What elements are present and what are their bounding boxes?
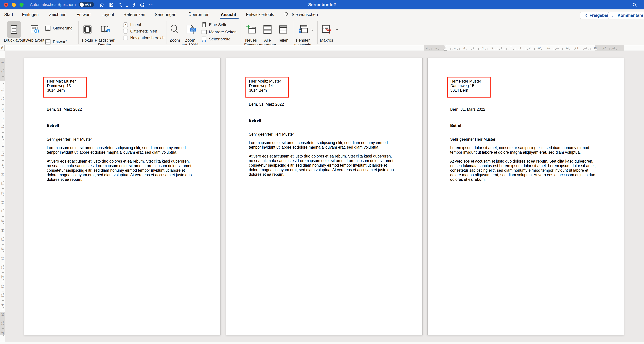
- multiple-pages-button[interactable]: Mehrere Seiten: [201, 29, 236, 35]
- horizontal-ruler[interactable]: 21123456789101112131415161718: [424, 45, 624, 51]
- checkbox-icon[interactable]: [123, 36, 128, 40]
- ruler-mark: 13: [1, 200, 4, 205]
- ruler-mark: [443, 49, 444, 50]
- ruler-mark: [3, 191, 4, 191]
- page-width-button[interactable]: Seitenbreite: [201, 36, 230, 42]
- home-icon[interactable]: [99, 2, 104, 8]
- ruler-mark: [3, 130, 4, 130]
- minimize-button[interactable]: [12, 3, 16, 7]
- ruler-mark: 9: [1, 163, 4, 167]
- ruler-mark: [481, 49, 481, 50]
- titlebar: Automatisches Speichern AUS ⋯ Serienbrie…: [0, 0, 644, 10]
- autosave-toggle[interactable]: AUS: [79, 2, 94, 7]
- letter-date[interactable]: Bern, 31. März 2022: [249, 102, 284, 107]
- ruler-mark: [3, 93, 4, 93]
- chevron-down-icon[interactable]: [310, 29, 314, 32]
- web-layout-button[interactable]: Weblayout: [25, 21, 45, 43]
- toggle-knob-icon: [80, 3, 84, 7]
- letter-date[interactable]: Bern, 31. März 2022: [47, 107, 82, 112]
- ruler-mark: [2, 123, 4, 123]
- tab-start[interactable]: Start: [4, 12, 13, 17]
- merge-field-highlight[interactable]: Herr Moritz Muster Dammweg 14 3014 Bern: [246, 77, 289, 98]
- checkbox-icon[interactable]: ✓: [123, 22, 128, 27]
- ruler-mark: 7: [1, 144, 4, 149]
- tab-layout[interactable]: Layout: [102, 12, 114, 17]
- web-layout-icon: [25, 21, 45, 38]
- undo-icon[interactable]: [119, 2, 124, 8]
- close-button[interactable]: [4, 3, 8, 7]
- search-icon[interactable]: [632, 2, 637, 8]
- checkbox-lineal[interactable]: ✓ Lineal: [123, 22, 141, 28]
- checkbox-icon[interactable]: [123, 29, 128, 34]
- merge-field-highlight[interactable]: Herr Max Muster Dammweg 13 3014 Bern: [44, 77, 87, 98]
- letter-page-1[interactable]: Herr Max Muster Dammweg 13 3014 Bern Ber…: [24, 58, 220, 335]
- tab-einfuegen[interactable]: Einfügen: [22, 12, 39, 17]
- zoom-100-button[interactable]: 100 Zoom auf 100%: [179, 21, 201, 47]
- more-commands-icon[interactable]: ⋯: [149, 1, 154, 7]
- ruler-mark: [532, 49, 532, 50]
- zoom-window-button[interactable]: [20, 3, 24, 7]
- letter-paragraph[interactable]: At vero eos et accusam et justo duo dolo…: [47, 159, 212, 182]
- ruler-mark: 21: [1, 275, 4, 279]
- letter-paragraph[interactable]: Lorem ipsum dolor sit amet, consetetur s…: [450, 145, 615, 155]
- letter-salutation[interactable]: Sehr geehrter Herr Muster: [47, 137, 92, 142]
- letter-paragraph[interactable]: Lorem ipsum dolor sit amet, consetetur s…: [249, 140, 414, 150]
- ruler-mark: 5: [490, 46, 494, 50]
- ruler-mark: [3, 121, 4, 121]
- tab-sendungen[interactable]: Sendungen: [155, 12, 176, 17]
- ruler-mark: [3, 289, 4, 289]
- chevron-down-icon[interactable]: [335, 28, 339, 32]
- letter-page-2[interactable]: Herr Moritz Muster Dammweg 14 3014 Bern …: [226, 58, 422, 335]
- letter-date[interactable]: Bern, 31. März 2022: [450, 107, 485, 112]
- ruler-mark: [555, 49, 556, 50]
- redo-icon[interactable]: [130, 2, 136, 8]
- ruler-mark: [598, 49, 598, 50]
- letter-subject[interactable]: Betreff: [249, 118, 261, 123]
- document-canvas[interactable]: Herr Max Muster Dammweg 13 3014 Bern Ber…: [5, 51, 644, 342]
- tab-zeichnen[interactable]: Zeichnen: [49, 12, 66, 17]
- ruler-mark: [504, 49, 504, 50]
- tab-entwurf[interactable]: Entwurf: [76, 12, 91, 17]
- ruler-mark: [429, 49, 430, 50]
- print-icon[interactable]: [140, 2, 145, 8]
- checkbox-gitternetzlinien[interactable]: Gitternetzlinien: [123, 29, 157, 34]
- letter-paragraph[interactable]: At vero eos et accusam et justo duo dolo…: [249, 154, 414, 177]
- vertical-ruler[interactable]: 2112345678910111213141516171819202122232…: [0, 51, 5, 342]
- outline-view-button[interactable]: Gliederung: [45, 25, 72, 31]
- tab-entwicklertools[interactable]: Entwicklertools: [246, 12, 274, 17]
- tab-ueberpruefen[interactable]: Überprüfen: [188, 12, 210, 17]
- tab-selector[interactable]: ↱: [0, 45, 5, 51]
- comments-button[interactable]: Kommentare: [608, 12, 644, 19]
- letter-paragraph[interactable]: At vero eos et accusam et justo duo dolo…: [450, 159, 615, 182]
- letter-subject[interactable]: Betreff: [450, 123, 463, 128]
- one-page-button[interactable]: Eine Seite: [201, 22, 227, 28]
- ruler-mark: [471, 49, 472, 50]
- draft-view-button[interactable]: Entwurf: [45, 39, 66, 45]
- letter-paragraph[interactable]: Lorem ipsum dolor sit amet, consetetur s…: [47, 145, 212, 155]
- ruler-mark: [460, 48, 460, 50]
- tab-referenzen[interactable]: Referenzen: [124, 12, 145, 17]
- tab-ansicht[interactable]: Ansicht: [221, 12, 236, 17]
- switch-windows-button[interactable]: Fenster wechseln: [293, 21, 313, 47]
- split-button[interactable]: Teilen: [273, 21, 293, 43]
- letter-salutation[interactable]: Sehr geehrter Herr Muster: [450, 137, 495, 142]
- ruler-mark: [3, 182, 4, 182]
- checkbox-navigationsbereich[interactable]: Navigationsbereich: [123, 35, 164, 41]
- ruler-mark: [3, 279, 4, 280]
- ruler-mark: 24: [1, 303, 4, 307]
- ruler-mark: 15: [584, 46, 588, 50]
- save-icon[interactable]: [109, 2, 114, 8]
- ruler-mark: 23: [1, 293, 4, 298]
- tab-sie-wuenschen[interactable]: Sie wünschen: [292, 12, 318, 17]
- letter-page-3[interactable]: Herr Peter Muster Dammweg 15 3014 Bern B…: [427, 58, 624, 335]
- letter-subject[interactable]: Betreff: [47, 123, 59, 128]
- ruler-mark: 12: [1, 191, 4, 196]
- ruler-mark: [3, 200, 4, 200]
- merge-field-highlight[interactable]: Herr Peter Muster Dammweg 15 3014 Bern: [447, 77, 490, 98]
- letter-salutation[interactable]: Sehr geehrter Herr Muster: [249, 132, 294, 137]
- ruler-mark: 20: [1, 265, 4, 270]
- macros-button[interactable]: Makros: [316, 21, 337, 43]
- chevron-down-icon[interactable]: [124, 4, 130, 9]
- print-layout-button[interactable]: Drucklayout: [4, 21, 24, 43]
- immersive-reader-button[interactable]: Plastischer Reader: [92, 21, 117, 47]
